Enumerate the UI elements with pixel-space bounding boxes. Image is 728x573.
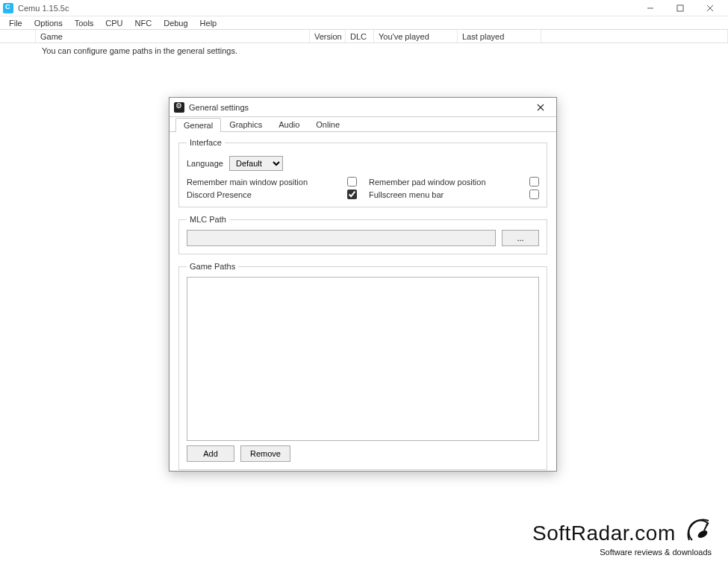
menu-options[interactable]: Options [28, 19, 69, 28]
col-spacer [541, 30, 728, 43]
watermark: SoftRadar.com Software reviews & downloa… [532, 518, 712, 557]
dialog-body: Interface Language Default Remember main… [169, 132, 556, 476]
mlc-browse-button[interactable]: ... [502, 230, 539, 246]
tab-online[interactable]: Online [308, 117, 348, 131]
tab-audio[interactable]: Audio [270, 117, 308, 131]
remember-main-label: Remember main window position [187, 178, 335, 187]
discord-label: Discord Presence [187, 190, 335, 199]
remember-pad-label: Remember pad window position [369, 178, 517, 187]
mlc-path-group: MLC Path ... [178, 215, 547, 254]
language-select[interactable]: Default [229, 156, 283, 171]
gear-icon [174, 102, 184, 113]
tab-general[interactable]: General [175, 118, 221, 132]
fullscreen-menu-label: Fullscreen menu bar [369, 190, 517, 199]
dialog-tabs: General Graphics Audio Online [169, 117, 556, 132]
game-paths-legend: Game Paths [187, 262, 238, 271]
col-played[interactable]: You've played [374, 30, 458, 43]
general-settings-dialog: General settings General Graphics Audio … [169, 97, 557, 472]
main-titlebar: Cemu 1.15.5c [0, 0, 728, 16]
game-paths-group: Game Paths Add Remove [178, 262, 547, 470]
col-icon[interactable] [0, 30, 36, 43]
app-icon [3, 3, 13, 13]
maximize-button[interactable] [665, 0, 695, 16]
language-label: Language [187, 159, 223, 168]
col-last[interactable]: Last played [458, 30, 541, 43]
menubar: File Options Tools CPU NFC Debug Help [0, 16, 728, 30]
interface-group: Interface Language Default Remember main… [178, 138, 547, 207]
tab-graphics[interactable]: Graphics [221, 117, 270, 131]
menu-nfc[interactable]: NFC [129, 19, 158, 28]
window-title: Cemu 1.15.5c [18, 4, 69, 13]
fullscreen-menu-checkbox[interactable] [529, 190, 539, 199]
window-controls [635, 0, 725, 16]
remove-button[interactable]: Remove [240, 445, 290, 462]
menu-cpu[interactable]: CPU [99, 19, 128, 28]
mlc-legend: MLC Path [187, 215, 229, 224]
svg-rect-1 [677, 5, 683, 11]
game-list-hint: You can configure game paths in the gene… [0, 43, 728, 55]
dialog-close-button[interactable] [529, 98, 552, 117]
menu-file[interactable]: File [3, 19, 28, 28]
watermark-tagline: Software reviews & downloads [532, 548, 712, 557]
add-button[interactable]: Add [187, 445, 234, 462]
watermark-brand: SoftRadar.com [532, 522, 676, 545]
svg-point-8 [706, 524, 709, 526]
dialog-title: General settings [189, 103, 249, 112]
mlc-path-input[interactable] [187, 230, 496, 246]
svg-point-6 [697, 529, 709, 539]
col-dlc[interactable]: DLC [346, 30, 374, 43]
menu-debug[interactable]: Debug [158, 19, 193, 28]
col-version[interactable]: Version [310, 30, 346, 43]
dialog-titlebar: General settings [169, 98, 556, 117]
minimize-button[interactable] [635, 0, 665, 16]
close-button[interactable] [695, 0, 725, 16]
remember-main-checkbox[interactable] [347, 177, 357, 187]
remember-pad-checkbox[interactable] [529, 177, 539, 187]
menu-tools[interactable]: Tools [69, 19, 100, 28]
satellite-icon [686, 518, 712, 547]
menu-help[interactable]: Help [194, 19, 223, 28]
discord-checkbox[interactable] [347, 190, 357, 199]
game-list-header: Game Version DLC You've played Last play… [0, 30, 728, 43]
col-game[interactable]: Game [36, 30, 310, 43]
game-paths-list[interactable] [187, 277, 539, 441]
interface-legend: Interface [187, 138, 225, 147]
